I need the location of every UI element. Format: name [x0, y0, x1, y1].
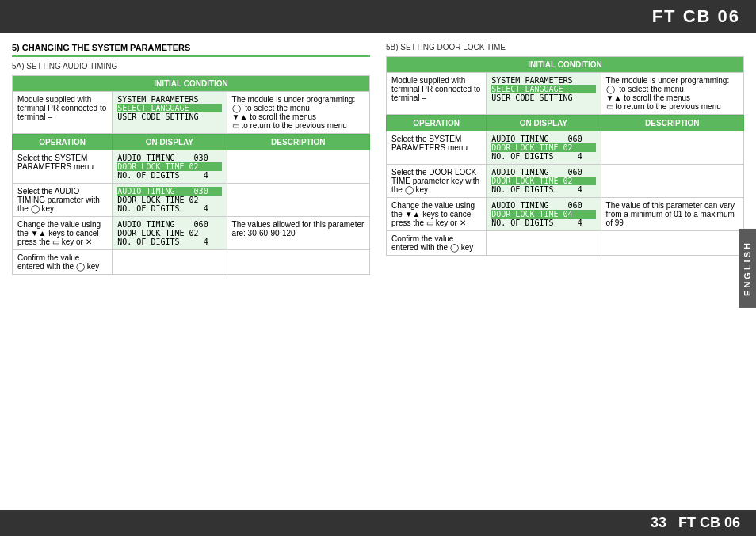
left-desc-header: DESCRIPTION [227, 135, 369, 150]
right-op-row4-display [487, 231, 601, 256]
left-disp-header: ON DISPLAY [113, 135, 227, 150]
left-column: 5) CHANGING THE SYSTEM PARAMETERS 5A) SE… [12, 43, 370, 275]
right-op-row1-desc [601, 131, 743, 165]
right-op-row2-display: AUDIO TIMING 060 DOOR LOCK TIME 02 NO. O… [487, 165, 601, 198]
right-op-row3-desc: The value of this parameter can vary fro… [601, 198, 743, 231]
right-op-row1-display: AUDIO TIMING 060 DOOR LOCK TIME 02 NO. O… [487, 131, 601, 165]
right-disp-header: ON DISPLAY [487, 116, 601, 131]
right-initial-display: SYSTEM PARAMETERS SELECT LANGUAGE USER C… [487, 73, 601, 115]
right-op-row4-op: Confirm the value entered with the ◯ key [387, 231, 487, 256]
right-initial-header: INITIAL CONDITION [387, 57, 744, 73]
right-subsection-title: 5B) SETTING DOOR LOCK TIME [386, 43, 744, 51]
left-op-row2-desc [227, 184, 369, 217]
left-initial-description: The module is under programming: ◯ to se… [227, 92, 369, 134]
left-op-row4-desc [227, 250, 369, 275]
right-op-row-3: Change the value using the ▼▲ keys to ca… [387, 198, 744, 231]
right-initial-operation: Module supplied with terminal PR connect… [387, 73, 487, 115]
left-display-line3: USER CODE SETTING [117, 112, 221, 121]
right-initial-row: Module supplied with terminal PR connect… [387, 73, 744, 115]
footer-page-number: 33 [651, 515, 666, 531]
left-initial-table: INITIAL CONDITION Module supplied with t… [12, 75, 370, 134]
side-tab-label: ENGLISH [743, 241, 752, 296]
left-op-row1-display: AUDIO TIMING 030 DOOR LOCK TIME 02 NO. O… [113, 150, 227, 184]
left-op-row1-op: Select the SYSTEM PARAMETERS menu [13, 150, 113, 184]
left-initial-operation: Module supplied with terminal PR connect… [13, 92, 113, 134]
page-footer: 33 FT CB 06 [0, 510, 756, 536]
left-op-row3-op: Change the value using the ▼▲ keys to ca… [13, 217, 113, 250]
header-title: FT CB 06 [652, 6, 740, 26]
left-display-line2: SELECT LANGUAGE [117, 104, 221, 112]
right-initial-table: INITIAL CONDITION Module supplied with t… [386, 56, 744, 115]
right-column: 5B) SETTING DOOR LOCK TIME INITIAL CONDI… [386, 43, 744, 275]
left-op-row4-op: Confirm the value entered with the ◯ key [13, 250, 113, 275]
right-desc-header: DESCRIPTION [601, 116, 743, 131]
left-op-row-1: Select the SYSTEM PARAMETERS menu AUDIO … [13, 150, 370, 184]
right-op-row1-op: Select the SYSTEM PARAMETERS menu [387, 131, 487, 165]
left-operation-table: OPERATION ON DISPLAY DESCRIPTION Select … [12, 134, 370, 275]
left-op-row-4: Confirm the value entered with the ◯ key [13, 250, 370, 275]
left-initial-display: SYSTEM PARAMETERS SELECT LANGUAGE USER C… [113, 92, 227, 134]
left-op-header: OPERATION [13, 135, 113, 150]
side-tab: ENGLISH [739, 229, 756, 308]
left-op-row-2: Select the AUDIO TIMING parameter with t… [13, 184, 370, 217]
footer-title: FT CB 06 [678, 515, 740, 531]
right-op-row3-op: Change the value using the ▼▲ keys to ca… [387, 198, 487, 231]
left-op-row4-display [113, 250, 227, 275]
left-subsection-title: 5A) SETTING AUDIO TIMING [12, 62, 370, 70]
left-op-row2-display: AUDIO TIMING 030 DOOR LOCK TIME 02 NO. O… [113, 184, 227, 217]
left-initial-header: INITIAL CONDITION [13, 76, 370, 92]
left-op-row1-desc [227, 150, 369, 184]
page-header: FT CB 06 [0, 0, 756, 33]
right-op-row-4: Confirm the value entered with the ◯ key [387, 231, 744, 256]
left-op-row-3: Change the value using the ▼▲ keys to ca… [13, 217, 370, 250]
left-initial-row: Module supplied with terminal PR connect… [13, 92, 370, 134]
left-op-row3-display: AUDIO TIMING 060 DOOR LOCK TIME 02 NO. O… [113, 217, 227, 250]
right-op-row-1: Select the SYSTEM PARAMETERS menu AUDIO … [387, 131, 744, 165]
left-op-row3-desc: The values allowed for this parameter ar… [227, 217, 369, 250]
right-op-row2-desc [601, 165, 743, 198]
right-operation-table: OPERATION ON DISPLAY DESCRIPTION Select … [386, 115, 744, 256]
main-content: 5) CHANGING THE SYSTEM PARAMETERS 5A) SE… [0, 33, 756, 284]
right-op-row2-op: Select the DOOR LOCK TIME parameter key … [387, 165, 487, 198]
right-initial-description: The module is under programming: ◯ to se… [601, 73, 743, 115]
main-section-title: 5) CHANGING THE SYSTEM PARAMETERS [12, 43, 370, 52]
right-op-row4-desc [601, 231, 743, 256]
right-op-row-2: Select the DOOR LOCK TIME parameter key … [387, 165, 744, 198]
left-display-line1: SYSTEM PARAMETERS [117, 95, 221, 104]
left-op-row2-op: Select the AUDIO TIMING parameter with t… [13, 184, 113, 217]
right-op-row3-display: AUDIO TIMING 060 DOOR LOCK TIME 04 NO. O… [487, 198, 601, 231]
right-op-header: OPERATION [387, 116, 487, 131]
